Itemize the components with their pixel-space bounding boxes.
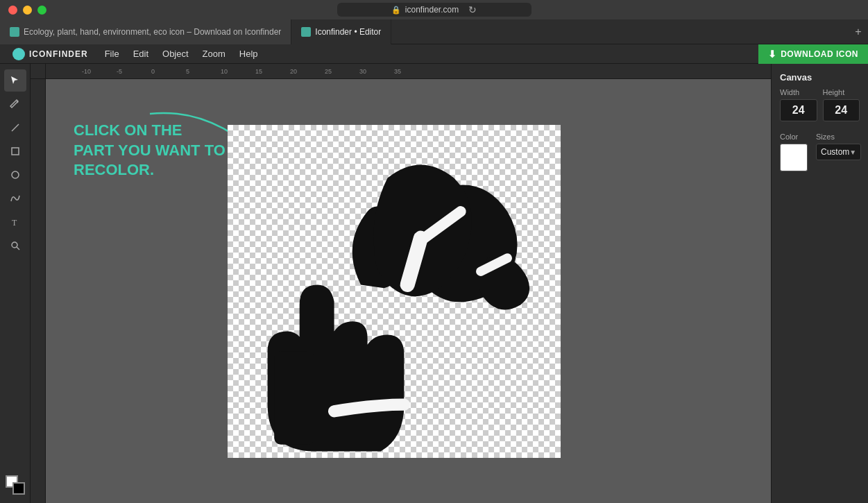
menu-edit[interactable]: Edit [126,44,155,64]
download-icon: ⬇ [768,49,777,60]
tab-label-2: Iconfinder • Editor [315,27,381,37]
logo-icon [12,48,25,60]
svg-point-4 [12,242,17,248]
svg-text:T: T [12,218,17,228]
svg-text:5: 5 [186,68,189,75]
sizes-dropdown[interactable]: Custom ▼ [816,144,861,160]
curve-tool[interactable] [4,187,26,210]
url-text: iconfinder.com [405,5,459,15]
tabs-bar: Ecology, plant, hand, environment, eco i… [0,19,868,44]
svg-text:35: 35 [394,68,401,75]
new-tab-button[interactable]: + [849,19,868,44]
color-swatch[interactable] [780,144,808,171]
sizes-section: Sizes Custom ▼ [816,133,861,171]
svg-line-5 [17,247,19,250]
dimension-row: Width 24 Height 24 [780,88,860,121]
tab-ecology[interactable]: Ecology, plant, hand, environment, eco i… [0,19,291,44]
logo-text: ICONFINDER [29,49,88,59]
zoom-tool[interactable] [4,235,26,257]
minimize-button[interactable] [23,6,32,15]
download-icon-button[interactable]: ⬇ DOWNLOAD ICON [758,44,868,64]
ruler-left [31,79,46,503]
annotation-line1: Click on the [74,121,225,141]
menu-file[interactable]: File [98,44,126,64]
height-value[interactable]: 24 [823,99,860,121]
menu-items: File Edit Object Zoom Help [98,44,265,64]
svg-text:15: 15 [255,68,262,75]
canvas-title: Canvas [780,72,860,83]
pen-tool[interactable] [4,93,26,115]
right-panel: Canvas Width 24 Height 24 Color Sizes [771,64,868,503]
color-swatches[interactable] [6,475,25,495]
menu-help[interactable]: Help [232,44,265,64]
width-value[interactable]: 24 [780,99,817,121]
icon-svg[interactable] [228,125,561,458]
lock-icon: 🔒 [391,6,401,15]
svg-text:20: 20 [290,68,297,75]
svg-text:30: 30 [359,68,366,75]
tab-favicon-1 [10,27,19,37]
menu-object[interactable]: Object [155,44,196,64]
sizes-value: Custom [821,147,849,157]
address-bar[interactable]: 🔒 iconfinder.com ↻ [337,3,531,17]
maximize-button[interactable] [37,6,46,15]
close-button[interactable] [8,6,17,15]
svg-text:0: 0 [151,68,155,75]
canvas-area[interactable]: -10 -5 0 5 10 15 20 25 30 35 Cli [31,64,771,503]
canvas-workspace[interactable]: Click on the part you want to recolor. [46,79,771,503]
color-label: Color [780,133,808,141]
background-color[interactable] [12,482,25,495]
color-sizes-row: Color Sizes Custom ▼ [780,133,860,171]
icon-canvas[interactable] [228,125,561,458]
color-section: Color [780,133,808,171]
svg-rect-1 [12,148,19,155]
title-bar: 🔒 iconfinder.com ↻ [0,0,868,19]
svg-rect-19 [274,351,314,444]
sizes-label: Sizes [816,133,861,141]
height-label: Height [823,88,860,96]
line-tool[interactable] [4,117,26,139]
ruler-top: -10 -5 0 5 10 15 20 25 30 35 [46,64,771,79]
select-tool[interactable] [4,69,26,92]
rectangle-tool[interactable] [4,140,26,162]
svg-text:10: 10 [221,68,228,75]
annotation-line3: recolor. [74,160,225,180]
svg-text:-5: -5 [117,68,122,75]
toolbar: T [0,64,31,503]
menu-bar: ICONFINDER File Edit Object Zoom Help ⬇ … [0,44,868,64]
ruler-corner [31,64,46,79]
svg-text:25: 25 [325,68,332,75]
annotation-line2: part you want to [74,141,225,161]
traffic-lights [8,6,46,15]
svg-line-0 [12,124,19,131]
svg-point-2 [12,171,19,178]
width-label: Width [780,88,817,96]
download-button-label: DOWNLOAD ICON [781,49,858,59]
tab-label-1: Ecology, plant, hand, environment, eco i… [24,27,281,37]
chevron-down-icon: ▼ [849,148,856,156]
tab-editor[interactable]: Iconfinder • Editor [291,19,391,44]
text-tool[interactable]: T [4,211,26,233]
svg-text:-10: -10 [82,68,91,75]
width-field: Width 24 [780,88,817,121]
canvas-section: Canvas Width 24 Height 24 [780,72,860,121]
annotation-text: Click on the part you want to recolor. [74,121,225,180]
height-field: Height 24 [823,88,860,121]
main-layout: T -10 -5 0 5 [0,64,868,503]
ellipse-tool[interactable] [4,164,26,186]
logo-area: ICONFINDER [6,48,95,60]
menu-zoom[interactable]: Zoom [196,44,232,64]
reload-button[interactable]: ↻ [468,4,477,15]
tab-favicon-2 [301,27,311,37]
